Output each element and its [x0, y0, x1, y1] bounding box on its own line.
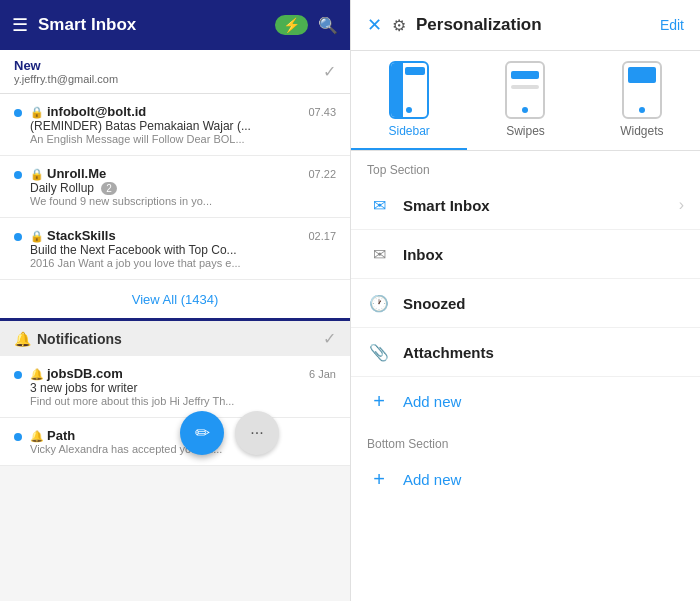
email-content: 🔒Unroll.Me 07.22 Daily Rollup 2 We found…	[30, 166, 336, 207]
new-email: y.jeffry.th@gmail.com	[14, 73, 118, 85]
email-content: 🔒StackSkills 02.17 Build the Next Facebo…	[30, 228, 336, 269]
smart-inbox-icon: ✉	[367, 193, 391, 217]
add-icon-bottom: +	[367, 467, 391, 491]
right-panel-title: Personalization	[416, 15, 650, 35]
menu-item-label: Smart Inbox	[403, 197, 679, 214]
notification-item[interactable]: 🔔jobsDB.com 6 Jan 3 new jobs for writer …	[0, 356, 350, 418]
chevron-right-icon: ›	[679, 196, 684, 214]
email-item[interactable]: 🔒Unroll.Me 07.22 Daily Rollup 2 We found…	[0, 156, 350, 218]
top-section-label: Top Section	[351, 151, 700, 181]
email-preview: An English Message will Follow Dear BOL.…	[30, 133, 336, 145]
email-item[interactable]: 🔒StackSkills 02.17 Build the Next Facebo…	[0, 218, 350, 280]
email-item[interactable]: 🔒infobolt@bolt.id 07.43 (REMINDER) Batas…	[0, 94, 350, 156]
new-section: New y.jeffry.th@gmail.com ✓	[0, 50, 350, 94]
unread-dot	[14, 171, 22, 179]
bell-icon: 🔔	[14, 331, 31, 347]
email-subject: Build the Next Facebook with Top Co...	[30, 243, 336, 257]
tab-swipes[interactable]: Swipes	[467, 51, 583, 150]
left-panel: ☰ Smart Inbox ⚡ 🔍 New y.jeffry.th@gmail.…	[0, 0, 350, 601]
header: ☰ Smart Inbox ⚡ 🔍	[0, 0, 350, 50]
unread-dot	[14, 109, 22, 117]
notif-content: 🔔jobsDB.com 6 Jan 3 new jobs for writer …	[30, 366, 336, 407]
bolt-badge: ⚡	[275, 15, 308, 35]
top-add-new-label: Add new	[403, 393, 461, 410]
notifications-title: 🔔 Notifications	[14, 331, 122, 347]
unread-dot	[14, 371, 22, 379]
tab-swipes-label: Swipes	[506, 124, 545, 138]
notif-time: 6 Jan	[309, 368, 336, 380]
notifications-check-icon[interactable]: ✓	[323, 329, 336, 348]
email-preview: 2016 Jan Want a job you love that pays e…	[30, 257, 336, 269]
menu-icon[interactable]: ☰	[12, 14, 28, 36]
new-info: New y.jeffry.th@gmail.com	[14, 58, 118, 85]
top-add-new-button[interactable]: + Add new	[351, 377, 700, 425]
email-sender: 🔒infobolt@bolt.id	[30, 104, 146, 119]
menu-item-label: Attachments	[403, 344, 684, 361]
compose-fab[interactable]: ✏	[180, 411, 224, 455]
tab-sidebar-label: Sidebar	[388, 124, 429, 138]
notif-sender: 🔔Path	[30, 428, 75, 443]
more-options-button[interactable]: ···	[235, 411, 279, 455]
notification-item[interactable]: 🔔Path Vicky Alexandra has accepted your …	[0, 418, 350, 466]
notifications-section-header: 🔔 Notifications ✓	[0, 321, 350, 356]
tab-widgets-phone-icon	[622, 61, 662, 119]
inbox-icon: ✉	[367, 242, 391, 266]
new-label: New	[14, 58, 118, 73]
email-time: 02.17	[308, 230, 336, 242]
bottom-add-new-button[interactable]: + Add new	[351, 455, 700, 503]
unread-dot	[14, 433, 22, 441]
right-header: ✕ ⚙ Personalization Edit	[351, 0, 700, 51]
email-sender: 🔒Unroll.Me	[30, 166, 106, 181]
tab-swipes-phone-icon	[505, 61, 545, 119]
notif-preview: Find out more about this job Hi Jeffry T…	[30, 395, 336, 407]
email-time: 07.43	[308, 106, 336, 118]
unread-dot	[14, 233, 22, 241]
email-sender: 🔒StackSkills	[30, 228, 116, 243]
email-time: 07.22	[308, 168, 336, 180]
snoozed-icon: 🕐	[367, 291, 391, 315]
email-preview: We found 9 new subscriptions in yo...	[30, 195, 336, 207]
menu-item-label: Inbox	[403, 246, 684, 263]
tab-sidebar-phone-icon	[389, 61, 429, 119]
menu-item-label: Snoozed	[403, 295, 684, 312]
menu-item-snoozed[interactable]: 🕐 Snoozed	[351, 279, 700, 328]
app-title: Smart Inbox	[38, 15, 265, 35]
personalization-tabs: Sidebar Swipes Widgets	[351, 51, 700, 151]
email-subject: Daily Rollup 2	[30, 181, 336, 195]
bolt-icon: ⚡	[283, 17, 300, 33]
email-subject: (REMINDER) Batas Pemakaian Wajar (...	[30, 119, 336, 133]
view-all-label: View All (1434)	[132, 292, 218, 307]
edit-button[interactable]: Edit	[660, 17, 684, 33]
email-content: 🔒infobolt@bolt.id 07.43 (REMINDER) Batas…	[30, 104, 336, 145]
view-all-button[interactable]: View All (1434)	[0, 280, 350, 321]
menu-item-inbox[interactable]: ✉ Inbox	[351, 230, 700, 279]
tab-sidebar[interactable]: Sidebar	[351, 51, 467, 150]
add-icon: +	[367, 389, 391, 413]
notif-sender: 🔔jobsDB.com	[30, 366, 123, 381]
menu-item-attachments[interactable]: 📎 Attachments	[351, 328, 700, 377]
attachments-icon: 📎	[367, 340, 391, 364]
tab-widgets[interactable]: Widgets	[584, 51, 700, 150]
bottom-add-new-label: Add new	[403, 471, 461, 488]
notif-subject: 3 new jobs for writer	[30, 381, 336, 395]
personalize-icon: ⚙	[392, 16, 406, 35]
menu-item-smart-inbox[interactable]: ✉ Smart Inbox ›	[351, 181, 700, 230]
new-check-icon[interactable]: ✓	[323, 62, 336, 81]
bottom-section-label: Bottom Section	[351, 425, 700, 455]
search-icon[interactable]: 🔍	[318, 16, 338, 35]
right-panel: ✕ ⚙ Personalization Edit Sidebar	[350, 0, 700, 601]
close-icon[interactable]: ✕	[367, 14, 382, 36]
tab-widgets-label: Widgets	[620, 124, 663, 138]
